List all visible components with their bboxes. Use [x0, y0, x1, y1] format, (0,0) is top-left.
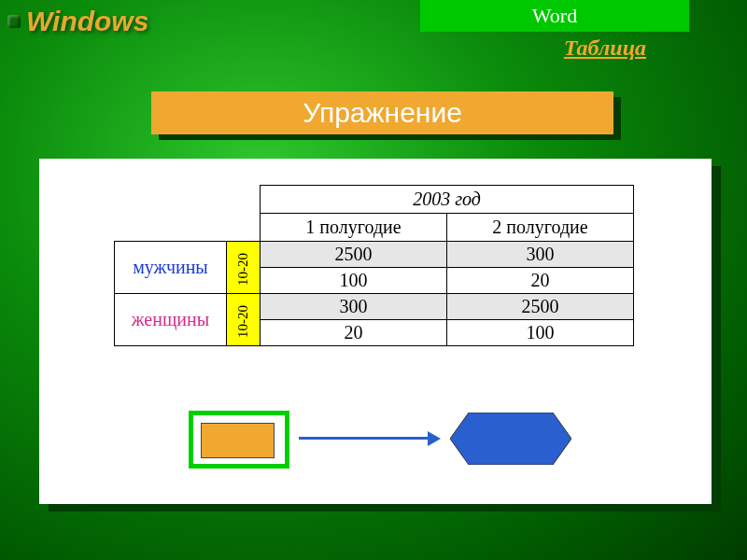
- table-link[interactable]: Таблица: [564, 35, 646, 61]
- exercise-banner: Упражнение: [151, 91, 613, 134]
- slide-bullet: [7, 15, 21, 28]
- data-table: 2003 год 1 полугодие 2 полугодие мужчины…: [114, 185, 634, 346]
- hexagon-shape: [450, 413, 571, 465]
- category-women: женщины: [115, 294, 227, 346]
- cell: 100: [447, 320, 634, 346]
- content-sheet: 2003 год 1 полугодие 2 полугодие мужчины…: [39, 159, 712, 504]
- arrow-head-icon: [428, 431, 441, 446]
- shapes-diagram: [189, 403, 581, 478]
- half2-header: 2 полугодие: [447, 214, 634, 242]
- word-banner: Word: [420, 0, 689, 32]
- age-women: 10-20: [227, 294, 261, 346]
- cell: 300: [261, 294, 447, 320]
- arrow-line: [299, 437, 430, 440]
- cell: 2500: [447, 294, 634, 320]
- year-header: 2003 год: [261, 186, 634, 214]
- cell: 20: [261, 320, 447, 346]
- rectangle-inner: [201, 423, 275, 458]
- cell: 2500: [261, 242, 447, 268]
- svg-marker-0: [450, 413, 571, 465]
- half1-header: 1 полугодие: [261, 214, 447, 242]
- cell: 20: [447, 268, 634, 294]
- cell: 300: [447, 242, 634, 268]
- cell: 100: [261, 268, 447, 294]
- category-men: мужчины: [115, 242, 227, 294]
- page-title: Windows: [26, 6, 148, 37]
- age-men: 10-20: [227, 242, 261, 294]
- rectangle-outer: [189, 411, 289, 469]
